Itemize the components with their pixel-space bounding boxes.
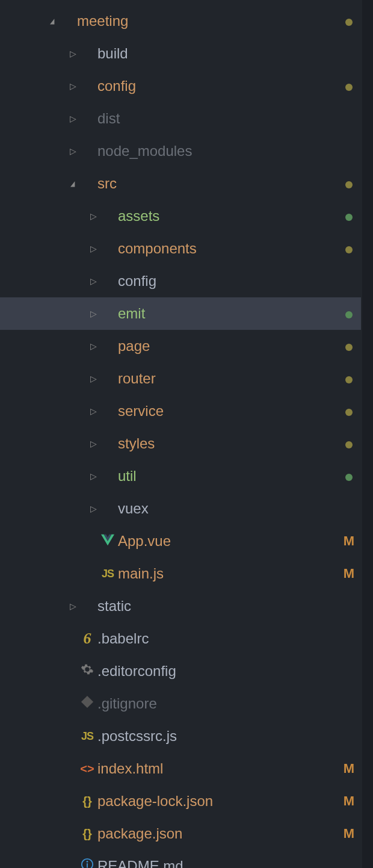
chevron-right-icon[interactable]: ▷ bbox=[88, 504, 99, 513]
tree-item-label: static bbox=[96, 598, 337, 615]
chevron-right-icon[interactable]: ▷ bbox=[67, 81, 78, 91]
gear-icon bbox=[78, 663, 96, 680]
folder-meeting[interactable]: ◢meeting bbox=[0, 5, 361, 37]
folder-vuex[interactable]: ▷vuex bbox=[0, 492, 361, 525]
info-icon bbox=[78, 858, 96, 868]
git-dirty-dot bbox=[337, 13, 361, 29]
git-dirty-dot bbox=[337, 305, 361, 322]
folder-components[interactable]: ▷components bbox=[0, 232, 361, 265]
git-modified-badge: M bbox=[337, 533, 361, 549]
file-index-html[interactable]: <>index.htmlM bbox=[0, 752, 361, 785]
tree-item-label: package-lock.json bbox=[96, 793, 337, 810]
file-babelrc[interactable]: 6.babelrc bbox=[0, 622, 361, 655]
chevron-right-icon[interactable]: ▷ bbox=[88, 406, 99, 416]
tree-item-label: build bbox=[96, 45, 337, 62]
folder-page[interactable]: ▷page bbox=[0, 330, 361, 362]
git-modified-badge: M bbox=[337, 566, 361, 581]
filetype-icon: {} bbox=[78, 795, 96, 808]
tree-item-label: .babelrc bbox=[96, 630, 337, 647]
git-dirty-dot bbox=[337, 370, 361, 387]
folder-static[interactable]: ▷static bbox=[0, 590, 361, 622]
chevron-down-icon[interactable]: ◢ bbox=[69, 179, 77, 188]
scrollbar[interactable] bbox=[362, 0, 373, 868]
tree-item-label: emit bbox=[117, 305, 337, 322]
folder-dist[interactable]: ▷dist bbox=[0, 102, 361, 135]
folder-src[interactable]: ◢src bbox=[0, 167, 361, 200]
chevron-right-icon[interactable]: ▷ bbox=[88, 211, 99, 221]
tree-item-label: service bbox=[117, 403, 337, 420]
file-gitignore[interactable]: .gitignore bbox=[0, 687, 361, 720]
tree-item-label: components bbox=[117, 240, 337, 257]
folder-util[interactable]: ▷util bbox=[0, 460, 361, 492]
filetype-icon: {} bbox=[78, 827, 96, 841]
chevron-down-icon[interactable]: ◢ bbox=[48, 17, 57, 25]
folder-build[interactable]: ▷build bbox=[0, 37, 361, 70]
folder-service[interactable]: ▷service bbox=[0, 395, 361, 427]
file-readme[interactable]: README.md bbox=[0, 850, 361, 868]
tree-item-label: page bbox=[117, 338, 337, 355]
tree-item-label: App.vue bbox=[117, 533, 337, 550]
git-dirty-dot bbox=[337, 403, 361, 420]
git-icon bbox=[78, 695, 96, 712]
svg-point-1 bbox=[87, 861, 88, 863]
tree-item-label: index.html bbox=[96, 760, 337, 777]
git-dirty-dot bbox=[337, 240, 361, 257]
file-package-lock[interactable]: {}package-lock.jsonM bbox=[0, 785, 361, 817]
folder-src-config[interactable]: ▷config bbox=[0, 265, 361, 297]
chevron-right-icon[interactable]: ▷ bbox=[88, 276, 99, 286]
git-dirty-dot bbox=[337, 435, 361, 452]
git-dirty-dot bbox=[337, 208, 361, 225]
chevron-right-icon[interactable]: ▷ bbox=[88, 374, 99, 383]
tree-item-label: README.md bbox=[96, 858, 337, 868]
tree-item-label: router bbox=[117, 370, 337, 387]
filetype-icon: <> bbox=[78, 762, 96, 776]
filetype-icon: 6 bbox=[78, 630, 96, 648]
svg-rect-2 bbox=[87, 863, 88, 867]
folder-node-modules[interactable]: ▷node_modules bbox=[0, 135, 361, 167]
file-editorconfig[interactable]: .editorconfig bbox=[0, 655, 361, 687]
tree-item-label: .postcssrc.js bbox=[96, 728, 337, 745]
vue-icon bbox=[99, 533, 117, 550]
git-modified-badge: M bbox=[337, 793, 361, 809]
file-tree: ◢meeting▷build▷config▷dist▷node_modules◢… bbox=[0, 0, 361, 868]
git-modified-badge: M bbox=[337, 826, 361, 842]
file-app-vue[interactable]: App.vueM bbox=[0, 525, 361, 557]
file-postcssrc[interactable]: JS.postcssrc.js bbox=[0, 720, 361, 752]
file-main-js[interactable]: JSmain.jsM bbox=[0, 557, 361, 590]
chevron-right-icon[interactable]: ▷ bbox=[88, 309, 99, 318]
folder-emit[interactable]: ▷emit bbox=[0, 297, 361, 330]
tree-item-label: assets bbox=[117, 208, 337, 225]
chevron-right-icon[interactable]: ▷ bbox=[88, 471, 99, 481]
chevron-right-icon[interactable]: ▷ bbox=[67, 601, 78, 611]
tree-item-label: package.json bbox=[96, 825, 337, 842]
filetype-icon: JS bbox=[99, 568, 117, 580]
git-dirty-dot bbox=[337, 78, 361, 95]
folder-assets[interactable]: ▷assets bbox=[0, 200, 361, 232]
folder-styles[interactable]: ▷styles bbox=[0, 427, 361, 460]
tree-item-label: config bbox=[96, 78, 337, 95]
git-dirty-dot bbox=[337, 468, 361, 485]
folder-config[interactable]: ▷config bbox=[0, 70, 361, 102]
tree-item-label: .editorconfig bbox=[96, 663, 337, 680]
chevron-right-icon[interactable]: ▷ bbox=[88, 439, 99, 448]
tree-item-label: config bbox=[117, 273, 337, 290]
tree-item-label: dist bbox=[96, 110, 337, 127]
tree-item-label: styles bbox=[117, 435, 337, 452]
tree-item-label: main.js bbox=[117, 565, 337, 582]
chevron-right-icon[interactable]: ▷ bbox=[67, 49, 78, 58]
file-package-json[interactable]: {}package.jsonM bbox=[0, 817, 361, 850]
tree-item-label: vuex bbox=[117, 500, 337, 517]
chevron-right-icon[interactable]: ▷ bbox=[88, 244, 99, 253]
folder-router[interactable]: ▷router bbox=[0, 362, 361, 395]
tree-item-label: .gitignore bbox=[96, 695, 337, 712]
tree-item-label: src bbox=[96, 175, 337, 192]
git-modified-badge: M bbox=[337, 761, 361, 777]
git-dirty-dot bbox=[337, 175, 361, 192]
tree-item-label: meeting bbox=[76, 13, 337, 29]
tree-item-label: node_modules bbox=[96, 143, 337, 160]
chevron-right-icon[interactable]: ▷ bbox=[67, 114, 78, 123]
chevron-right-icon[interactable]: ▷ bbox=[88, 341, 99, 351]
filetype-icon: JS bbox=[78, 730, 96, 743]
git-dirty-dot bbox=[337, 338, 361, 355]
chevron-right-icon[interactable]: ▷ bbox=[67, 146, 78, 156]
